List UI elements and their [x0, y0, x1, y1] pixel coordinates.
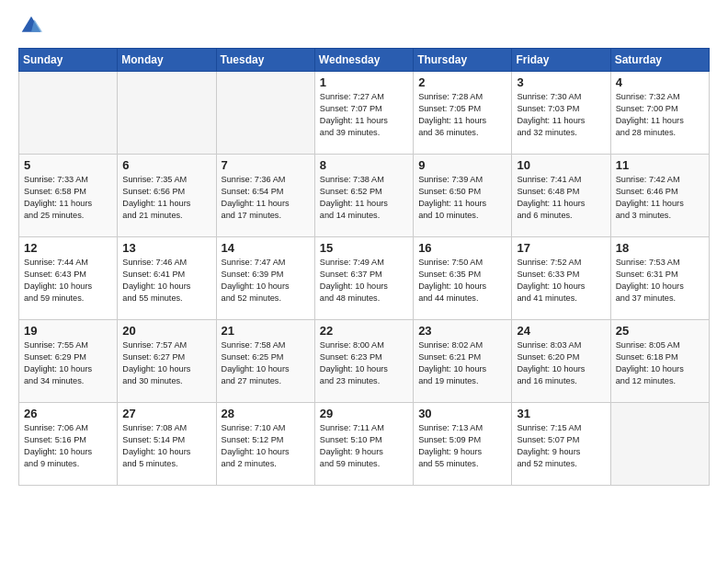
calendar-cell: 8Sunrise: 7:38 AMSunset: 6:52 PMDaylight… [314, 155, 413, 237]
calendar-cell: 13Sunrise: 7:46 AMSunset: 6:41 PMDayligh… [118, 237, 216, 320]
day-info: Sunrise: 8:00 AMSunset: 6:23 PMDaylight:… [320, 339, 408, 387]
day-number: 10 [517, 158, 605, 172]
calendar-week-row: 5Sunrise: 7:33 AMSunset: 6:58 PMDaylight… [19, 155, 710, 237]
day-info: Sunrise: 7:50 AMSunset: 6:35 PMDaylight:… [418, 257, 506, 304]
day-info: Sunrise: 8:05 AMSunset: 6:18 PMDaylight:… [616, 339, 704, 387]
calendar-cell: 22Sunrise: 8:00 AMSunset: 6:23 PMDayligh… [314, 320, 413, 403]
weekday-header-monday: Monday [118, 49, 216, 72]
calendar-cell: 7Sunrise: 7:36 AMSunset: 6:54 PMDaylight… [216, 155, 314, 237]
calendar-week-row: 26Sunrise: 7:06 AMSunset: 5:16 PMDayligh… [19, 403, 710, 486]
calendar-cell: 24Sunrise: 8:03 AMSunset: 6:20 PMDayligh… [512, 320, 610, 403]
day-number: 11 [616, 158, 704, 172]
day-number: 2 [418, 75, 506, 89]
calendar-cell: 25Sunrise: 8:05 AMSunset: 6:18 PMDayligh… [610, 320, 709, 403]
day-number: 6 [122, 158, 210, 172]
calendar-cell: 16Sunrise: 7:50 AMSunset: 6:35 PMDayligh… [414, 237, 512, 320]
day-number: 21 [222, 324, 310, 338]
day-number: 8 [320, 158, 408, 172]
calendar-table: SundayMondayTuesdayWednesdayThursdayFrid… [18, 48, 710, 486]
day-info: Sunrise: 7:49 AMSunset: 6:37 PMDaylight:… [320, 257, 408, 304]
day-info: Sunrise: 7:32 AMSunset: 7:00 PMDaylight:… [616, 91, 704, 139]
day-number: 19 [24, 324, 112, 338]
day-number: 9 [418, 158, 506, 172]
day-info: Sunrise: 7:33 AMSunset: 6:58 PMDaylight:… [24, 174, 112, 222]
weekday-header-tuesday: Tuesday [216, 49, 314, 72]
day-number: 29 [320, 407, 408, 420]
calendar-cell: 17Sunrise: 7:52 AMSunset: 6:33 PMDayligh… [512, 237, 610, 320]
calendar-cell: 10Sunrise: 7:41 AMSunset: 6:48 PMDayligh… [512, 155, 610, 237]
weekday-header-thursday: Thursday [414, 49, 512, 72]
day-number: 16 [418, 241, 506, 255]
calendar-cell: 27Sunrise: 7:08 AMSunset: 5:14 PMDayligh… [118, 403, 216, 486]
day-number: 14 [222, 241, 310, 255]
day-info: Sunrise: 7:46 AMSunset: 6:41 PMDaylight:… [122, 257, 210, 304]
calendar-cell: 6Sunrise: 7:35 AMSunset: 6:56 PMDaylight… [118, 155, 216, 237]
weekday-header-wednesday: Wednesday [314, 49, 413, 72]
day-info: Sunrise: 7:52 AMSunset: 6:33 PMDaylight:… [517, 257, 605, 304]
day-number: 7 [222, 158, 310, 172]
day-info: Sunrise: 7:06 AMSunset: 5:16 PMDaylight:… [24, 422, 112, 470]
day-info: Sunrise: 7:42 AMSunset: 6:46 PMDaylight:… [616, 174, 704, 222]
day-info: Sunrise: 7:44 AMSunset: 6:43 PMDaylight:… [24, 257, 112, 304]
calendar-cell: 21Sunrise: 7:58 AMSunset: 6:25 PMDayligh… [216, 320, 314, 403]
day-number: 26 [24, 407, 112, 420]
day-number: 25 [616, 324, 704, 338]
calendar-cell: 1Sunrise: 7:27 AMSunset: 7:07 PMDaylight… [314, 72, 413, 155]
day-info: Sunrise: 7:58 AMSunset: 6:25 PMDaylight:… [222, 339, 310, 387]
calendar-cell: 15Sunrise: 7:49 AMSunset: 6:37 PMDayligh… [314, 237, 413, 320]
logo [18, 15, 42, 37]
calendar-cell: 28Sunrise: 7:10 AMSunset: 5:12 PMDayligh… [216, 403, 314, 486]
day-number: 23 [418, 324, 506, 338]
day-number: 20 [122, 324, 210, 338]
day-info: Sunrise: 8:02 AMSunset: 6:21 PMDaylight:… [418, 339, 506, 387]
calendar-cell: 29Sunrise: 7:11 AMSunset: 5:10 PMDayligh… [314, 403, 413, 486]
calendar-cell: 2Sunrise: 7:28 AMSunset: 7:05 PMDaylight… [414, 72, 512, 155]
calendar-cell [610, 403, 709, 486]
day-number: 3 [517, 75, 605, 89]
calendar-cell: 31Sunrise: 7:15 AMSunset: 5:07 PMDayligh… [512, 403, 610, 486]
calendar-cell [19, 72, 118, 155]
calendar-cell: 30Sunrise: 7:13 AMSunset: 5:09 PMDayligh… [414, 403, 512, 486]
weekday-header-row: SundayMondayTuesdayWednesdayThursdayFrid… [19, 49, 710, 72]
day-info: Sunrise: 7:38 AMSunset: 6:52 PMDaylight:… [320, 174, 408, 222]
day-info: Sunrise: 7:55 AMSunset: 6:29 PMDaylight:… [24, 339, 112, 387]
calendar-cell: 20Sunrise: 7:57 AMSunset: 6:27 PMDayligh… [118, 320, 216, 403]
day-number: 28 [222, 407, 310, 420]
day-info: Sunrise: 7:28 AMSunset: 7:05 PMDaylight:… [418, 91, 506, 139]
calendar-cell: 23Sunrise: 8:02 AMSunset: 6:21 PMDayligh… [414, 320, 512, 403]
day-number: 18 [616, 241, 704, 255]
day-info: Sunrise: 7:30 AMSunset: 7:03 PMDaylight:… [517, 91, 605, 139]
day-info: Sunrise: 7:11 AMSunset: 5:10 PMDaylight:… [320, 422, 408, 470]
day-number: 13 [122, 241, 210, 255]
calendar-cell: 19Sunrise: 7:55 AMSunset: 6:29 PMDayligh… [19, 320, 118, 403]
calendar-cell: 11Sunrise: 7:42 AMSunset: 6:46 PMDayligh… [610, 155, 709, 237]
day-number: 4 [616, 75, 704, 89]
day-number: 12 [24, 241, 112, 255]
day-number: 15 [320, 241, 408, 255]
day-number: 24 [517, 324, 605, 338]
calendar-cell: 26Sunrise: 7:06 AMSunset: 5:16 PMDayligh… [19, 403, 118, 486]
day-number: 22 [320, 324, 408, 338]
weekday-header-friday: Friday [512, 49, 610, 72]
logo-icon [20, 15, 42, 37]
day-info: Sunrise: 7:13 AMSunset: 5:09 PMDaylight:… [418, 422, 506, 470]
calendar-cell: 9Sunrise: 7:39 AMSunset: 6:50 PMDaylight… [414, 155, 512, 237]
calendar-cell [118, 72, 216, 155]
day-info: Sunrise: 8:03 AMSunset: 6:20 PMDaylight:… [517, 339, 605, 387]
calendar-week-row: 19Sunrise: 7:55 AMSunset: 6:29 PMDayligh… [19, 320, 710, 403]
day-info: Sunrise: 7:10 AMSunset: 5:12 PMDaylight:… [222, 422, 310, 470]
day-number: 30 [418, 407, 506, 420]
day-info: Sunrise: 7:27 AMSunset: 7:07 PMDaylight:… [320, 91, 408, 139]
page-header [18, 15, 710, 37]
calendar-cell [216, 72, 314, 155]
day-info: Sunrise: 7:39 AMSunset: 6:50 PMDaylight:… [418, 174, 506, 222]
day-info: Sunrise: 7:41 AMSunset: 6:48 PMDaylight:… [517, 174, 605, 222]
day-info: Sunrise: 7:36 AMSunset: 6:54 PMDaylight:… [222, 174, 310, 222]
day-info: Sunrise: 7:53 AMSunset: 6:31 PMDaylight:… [616, 257, 704, 304]
calendar-cell: 5Sunrise: 7:33 AMSunset: 6:58 PMDaylight… [19, 155, 118, 237]
calendar-cell: 3Sunrise: 7:30 AMSunset: 7:03 PMDaylight… [512, 72, 610, 155]
calendar-week-row: 12Sunrise: 7:44 AMSunset: 6:43 PMDayligh… [19, 237, 710, 320]
day-number: 17 [517, 241, 605, 255]
calendar-cell: 4Sunrise: 7:32 AMSunset: 7:00 PMDaylight… [610, 72, 709, 155]
day-number: 27 [122, 407, 210, 420]
